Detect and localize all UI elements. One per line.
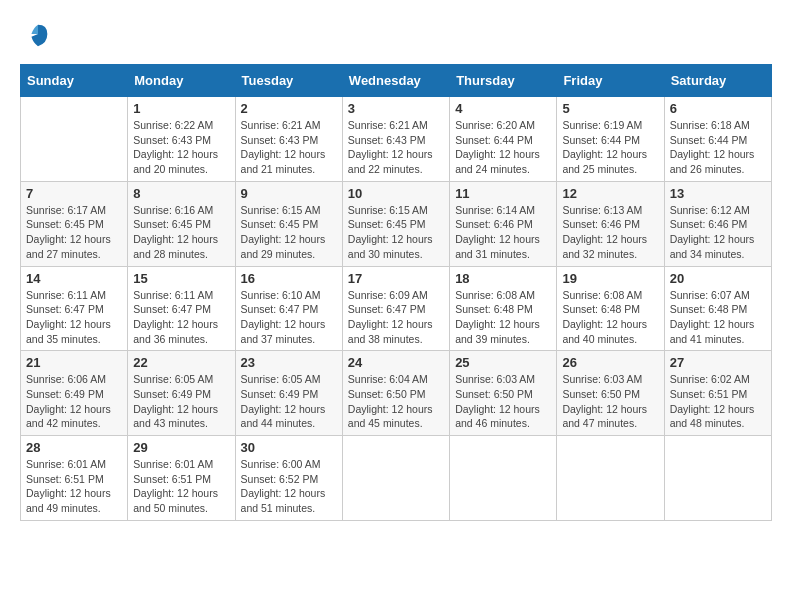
day-info: Sunrise: 6:02 AM Sunset: 6:51 PM Dayligh… xyxy=(670,372,766,431)
day-number: 9 xyxy=(241,186,337,201)
sunset-text: Sunset: 6:48 PM xyxy=(562,303,640,315)
sunset-text: Sunset: 6:51 PM xyxy=(26,473,104,485)
daylight-text: Daylight: 12 hours and 27 minutes. xyxy=(26,233,111,260)
day-number: 19 xyxy=(562,271,658,286)
day-info: Sunrise: 6:07 AM Sunset: 6:48 PM Dayligh… xyxy=(670,288,766,347)
daylight-text: Daylight: 12 hours and 22 minutes. xyxy=(348,148,433,175)
sunset-text: Sunset: 6:44 PM xyxy=(455,134,533,146)
sunset-text: Sunset: 6:45 PM xyxy=(348,218,426,230)
day-number: 12 xyxy=(562,186,658,201)
sunset-text: Sunset: 6:44 PM xyxy=(670,134,748,146)
daylight-text: Daylight: 12 hours and 32 minutes. xyxy=(562,233,647,260)
day-info: Sunrise: 6:10 AM Sunset: 6:47 PM Dayligh… xyxy=(241,288,337,347)
day-info: Sunrise: 6:15 AM Sunset: 6:45 PM Dayligh… xyxy=(241,203,337,262)
sunset-text: Sunset: 6:45 PM xyxy=(133,218,211,230)
calendar-cell: 23 Sunrise: 6:05 AM Sunset: 6:49 PM Dayl… xyxy=(235,351,342,436)
calendar-week-2: 7 Sunrise: 6:17 AM Sunset: 6:45 PM Dayli… xyxy=(21,181,772,266)
day-info: Sunrise: 6:20 AM Sunset: 6:44 PM Dayligh… xyxy=(455,118,551,177)
day-number: 10 xyxy=(348,186,444,201)
calendar-cell: 29 Sunrise: 6:01 AM Sunset: 6:51 PM Dayl… xyxy=(128,436,235,521)
day-info: Sunrise: 6:15 AM Sunset: 6:45 PM Dayligh… xyxy=(348,203,444,262)
day-number: 21 xyxy=(26,355,122,370)
calendar-cell: 28 Sunrise: 6:01 AM Sunset: 6:51 PM Dayl… xyxy=(21,436,128,521)
sunset-text: Sunset: 6:46 PM xyxy=(562,218,640,230)
sunset-text: Sunset: 6:47 PM xyxy=(133,303,211,315)
daylight-text: Daylight: 12 hours and 47 minutes. xyxy=(562,403,647,430)
day-number: 27 xyxy=(670,355,766,370)
daylight-text: Daylight: 12 hours and 34 minutes. xyxy=(670,233,755,260)
calendar-table: SundayMondayTuesdayWednesdayThursdayFrid… xyxy=(20,64,772,521)
day-number: 7 xyxy=(26,186,122,201)
day-info: Sunrise: 6:19 AM Sunset: 6:44 PM Dayligh… xyxy=(562,118,658,177)
sunrise-text: Sunrise: 6:08 AM xyxy=(562,289,642,301)
sunset-text: Sunset: 6:49 PM xyxy=(241,388,319,400)
calendar-cell: 14 Sunrise: 6:11 AM Sunset: 6:47 PM Dayl… xyxy=(21,266,128,351)
calendar-cell: 8 Sunrise: 6:16 AM Sunset: 6:45 PM Dayli… xyxy=(128,181,235,266)
day-info: Sunrise: 6:21 AM Sunset: 6:43 PM Dayligh… xyxy=(241,118,337,177)
day-number: 30 xyxy=(241,440,337,455)
sunset-text: Sunset: 6:43 PM xyxy=(348,134,426,146)
weekday-header-thursday: Thursday xyxy=(450,65,557,97)
daylight-text: Daylight: 12 hours and 49 minutes. xyxy=(26,487,111,514)
day-info: Sunrise: 6:01 AM Sunset: 6:51 PM Dayligh… xyxy=(26,457,122,516)
sunrise-text: Sunrise: 6:00 AM xyxy=(241,458,321,470)
daylight-text: Daylight: 12 hours and 41 minutes. xyxy=(670,318,755,345)
sunset-text: Sunset: 6:52 PM xyxy=(241,473,319,485)
calendar-cell xyxy=(450,436,557,521)
day-info: Sunrise: 6:18 AM Sunset: 6:44 PM Dayligh… xyxy=(670,118,766,177)
calendar-cell: 19 Sunrise: 6:08 AM Sunset: 6:48 PM Dayl… xyxy=(557,266,664,351)
day-number: 18 xyxy=(455,271,551,286)
calendar-cell: 25 Sunrise: 6:03 AM Sunset: 6:50 PM Dayl… xyxy=(450,351,557,436)
sunset-text: Sunset: 6:48 PM xyxy=(455,303,533,315)
calendar-cell: 3 Sunrise: 6:21 AM Sunset: 6:43 PM Dayli… xyxy=(342,97,449,182)
calendar-cell: 1 Sunrise: 6:22 AM Sunset: 6:43 PM Dayli… xyxy=(128,97,235,182)
daylight-text: Daylight: 12 hours and 30 minutes. xyxy=(348,233,433,260)
sunrise-text: Sunrise: 6:03 AM xyxy=(455,373,535,385)
sunset-text: Sunset: 6:47 PM xyxy=(348,303,426,315)
daylight-text: Daylight: 12 hours and 48 minutes. xyxy=(670,403,755,430)
calendar-header: SundayMondayTuesdayWednesdayThursdayFrid… xyxy=(21,65,772,97)
sunrise-text: Sunrise: 6:08 AM xyxy=(455,289,535,301)
daylight-text: Daylight: 12 hours and 37 minutes. xyxy=(241,318,326,345)
day-info: Sunrise: 6:13 AM Sunset: 6:46 PM Dayligh… xyxy=(562,203,658,262)
day-info: Sunrise: 6:03 AM Sunset: 6:50 PM Dayligh… xyxy=(455,372,551,431)
weekday-header-sunday: Sunday xyxy=(21,65,128,97)
day-info: Sunrise: 6:14 AM Sunset: 6:46 PM Dayligh… xyxy=(455,203,551,262)
sunset-text: Sunset: 6:49 PM xyxy=(26,388,104,400)
day-number: 23 xyxy=(241,355,337,370)
sunrise-text: Sunrise: 6:05 AM xyxy=(133,373,213,385)
sunset-text: Sunset: 6:50 PM xyxy=(562,388,640,400)
calendar-cell: 5 Sunrise: 6:19 AM Sunset: 6:44 PM Dayli… xyxy=(557,97,664,182)
day-info: Sunrise: 6:06 AM Sunset: 6:49 PM Dayligh… xyxy=(26,372,122,431)
calendar-cell: 22 Sunrise: 6:05 AM Sunset: 6:49 PM Dayl… xyxy=(128,351,235,436)
daylight-text: Daylight: 12 hours and 46 minutes. xyxy=(455,403,540,430)
day-number: 24 xyxy=(348,355,444,370)
calendar-cell: 26 Sunrise: 6:03 AM Sunset: 6:50 PM Dayl… xyxy=(557,351,664,436)
day-info: Sunrise: 6:11 AM Sunset: 6:47 PM Dayligh… xyxy=(26,288,122,347)
calendar-cell xyxy=(342,436,449,521)
calendar-cell: 16 Sunrise: 6:10 AM Sunset: 6:47 PM Dayl… xyxy=(235,266,342,351)
daylight-text: Daylight: 12 hours and 24 minutes. xyxy=(455,148,540,175)
calendar-cell: 20 Sunrise: 6:07 AM Sunset: 6:48 PM Dayl… xyxy=(664,266,771,351)
day-info: Sunrise: 6:09 AM Sunset: 6:47 PM Dayligh… xyxy=(348,288,444,347)
day-info: Sunrise: 6:12 AM Sunset: 6:46 PM Dayligh… xyxy=(670,203,766,262)
sunrise-text: Sunrise: 6:07 AM xyxy=(670,289,750,301)
sunrise-text: Sunrise: 6:01 AM xyxy=(133,458,213,470)
day-number: 17 xyxy=(348,271,444,286)
sunset-text: Sunset: 6:47 PM xyxy=(241,303,319,315)
weekday-header-wednesday: Wednesday xyxy=(342,65,449,97)
weekday-header-saturday: Saturday xyxy=(664,65,771,97)
logo-icon xyxy=(24,20,52,48)
calendar-week-5: 28 Sunrise: 6:01 AM Sunset: 6:51 PM Dayl… xyxy=(21,436,772,521)
sunset-text: Sunset: 6:51 PM xyxy=(670,388,748,400)
calendar-cell: 13 Sunrise: 6:12 AM Sunset: 6:46 PM Dayl… xyxy=(664,181,771,266)
daylight-text: Daylight: 12 hours and 40 minutes. xyxy=(562,318,647,345)
sunset-text: Sunset: 6:46 PM xyxy=(455,218,533,230)
day-number: 14 xyxy=(26,271,122,286)
day-number: 2 xyxy=(241,101,337,116)
day-number: 16 xyxy=(241,271,337,286)
day-number: 6 xyxy=(670,101,766,116)
day-number: 13 xyxy=(670,186,766,201)
calendar-cell: 10 Sunrise: 6:15 AM Sunset: 6:45 PM Dayl… xyxy=(342,181,449,266)
sunrise-text: Sunrise: 6:10 AM xyxy=(241,289,321,301)
